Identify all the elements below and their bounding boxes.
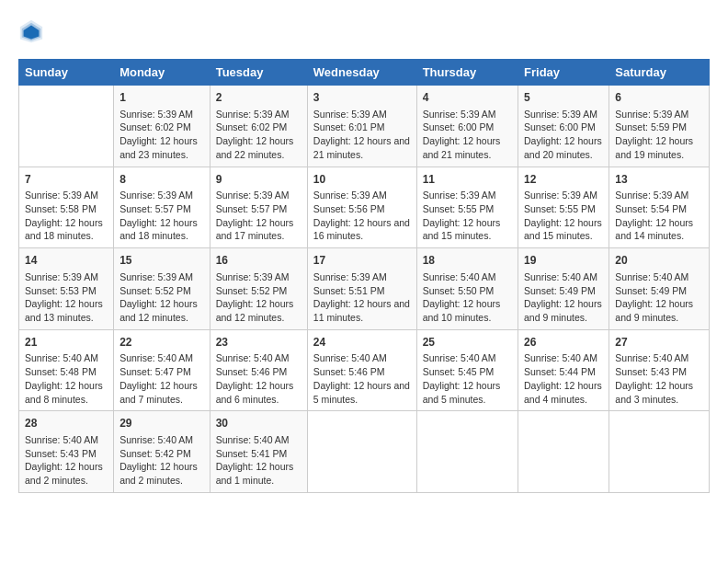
day-number: 18 — [423, 253, 512, 269]
sunrise: Sunrise: 5:40 AM — [25, 352, 98, 363]
sunset: Sunset: 5:42 PM — [119, 448, 191, 459]
week-row-4: 21Sunrise: 5:40 AMSunset: 5:48 PMDayligh… — [19, 329, 710, 411]
sunrise: Sunrise: 5:39 AM — [119, 271, 193, 282]
sunrise: Sunrise: 5:40 AM — [524, 352, 597, 363]
daylight: Daylight: 12 hours and 3 minutes. — [615, 380, 693, 405]
daylight: Daylight: 12 hours and 9 minutes. — [524, 298, 602, 323]
sunset: Sunset: 5:57 PM — [216, 203, 288, 214]
calendar-cell: 30Sunrise: 5:40 AMSunset: 5:41 PMDayligh… — [210, 411, 307, 493]
day-number: 8 — [119, 172, 204, 188]
day-number: 23 — [216, 335, 301, 350]
sunset: Sunset: 6:00 PM — [423, 121, 495, 132]
sunrise: Sunrise: 5:40 AM — [119, 434, 193, 445]
daylight: Daylight: 12 hours and 4 minutes. — [524, 380, 602, 405]
page-header — [18, 18, 710, 44]
daylight: Daylight: 12 hours and 1 minute. — [216, 461, 294, 486]
calendar-cell: 18Sunrise: 5:40 AMSunset: 5:50 PMDayligh… — [416, 248, 518, 330]
daylight: Daylight: 12 hours and 5 minutes. — [423, 380, 501, 405]
week-row-3: 14Sunrise: 5:39 AMSunset: 5:53 PMDayligh… — [19, 248, 710, 330]
daylight: Daylight: 12 hours and 20 minutes. — [524, 135, 602, 160]
day-number: 21 — [25, 335, 108, 350]
sunset: Sunset: 5:56 PM — [313, 203, 385, 214]
sunrise: Sunrise: 5:40 AM — [615, 271, 688, 282]
day-number: 2 — [216, 90, 301, 106]
calendar-header-row: SundayMondayTuesdayWednesdayThursdayFrid… — [19, 60, 710, 86]
day-number: 6 — [615, 90, 703, 106]
calendar-cell: 1Sunrise: 5:39 AMSunset: 6:02 PMDaylight… — [114, 86, 210, 167]
column-header-wednesday: Wednesday — [307, 60, 416, 86]
day-number: 28 — [25, 416, 108, 431]
day-number: 27 — [615, 335, 703, 350]
calendar-cell: 26Sunrise: 5:40 AMSunset: 5:44 PMDayligh… — [518, 329, 609, 411]
sunset: Sunset: 5:54 PM — [615, 203, 687, 214]
sunset: Sunset: 5:52 PM — [216, 285, 288, 296]
calendar-cell: 15Sunrise: 5:39 AMSunset: 5:52 PMDayligh… — [114, 248, 210, 330]
calendar-table: SundayMondayTuesdayWednesdayThursdayFrid… — [18, 59, 710, 493]
sunrise: Sunrise: 5:39 AM — [119, 109, 193, 120]
calendar-cell: 9Sunrise: 5:39 AMSunset: 5:57 PMDaylight… — [210, 167, 307, 248]
calendar-cell: 16Sunrise: 5:39 AMSunset: 5:52 PMDayligh… — [210, 248, 307, 330]
sunrise: Sunrise: 5:40 AM — [423, 352, 496, 363]
calendar-cell: 3Sunrise: 5:39 AMSunset: 6:01 PMDaylight… — [307, 86, 416, 167]
calendar-cell: 12Sunrise: 5:39 AMSunset: 5:55 PMDayligh… — [518, 167, 609, 248]
sunrise: Sunrise: 5:40 AM — [25, 434, 98, 445]
day-number: 15 — [119, 253, 204, 269]
calendar-cell — [518, 411, 609, 493]
daylight: Daylight: 12 hours and 15 minutes. — [423, 217, 501, 242]
sunrise: Sunrise: 5:40 AM — [524, 271, 597, 282]
day-number: 12 — [524, 172, 603, 188]
sunset: Sunset: 6:00 PM — [524, 121, 596, 132]
daylight: Daylight: 12 hours and 14 minutes. — [615, 217, 693, 242]
daylight: Daylight: 12 hours and 23 minutes. — [119, 135, 198, 160]
column-header-thursday: Thursday — [416, 60, 518, 86]
day-number: 5 — [524, 90, 603, 106]
sunrise: Sunrise: 5:39 AM — [423, 109, 496, 120]
sunset: Sunset: 5:47 PM — [119, 366, 191, 377]
daylight: Daylight: 12 hours and 15 minutes. — [524, 217, 602, 242]
daylight: Daylight: 12 hours and 19 minutes. — [615, 135, 693, 160]
sunrise: Sunrise: 5:39 AM — [615, 190, 688, 201]
calendar-cell: 17Sunrise: 5:39 AMSunset: 5:51 PMDayligh… — [307, 248, 416, 330]
sunrise: Sunrise: 5:40 AM — [216, 434, 290, 445]
column-header-tuesday: Tuesday — [210, 60, 307, 86]
sunset: Sunset: 5:46 PM — [313, 366, 385, 377]
logo — [18, 18, 48, 44]
daylight: Daylight: 12 hours and 21 minutes. — [313, 135, 410, 160]
sunrise: Sunrise: 5:40 AM — [423, 271, 496, 282]
daylight: Daylight: 12 hours and 10 minutes. — [423, 298, 501, 323]
day-number: 17 — [313, 253, 411, 269]
day-number: 25 — [423, 335, 512, 350]
calendar-cell: 11Sunrise: 5:39 AMSunset: 5:55 PMDayligh… — [416, 167, 518, 248]
calendar-cell — [609, 411, 710, 493]
sunset: Sunset: 5:52 PM — [119, 285, 191, 296]
sunset: Sunset: 5:53 PM — [25, 285, 97, 296]
sunset: Sunset: 6:02 PM — [119, 121, 191, 132]
calendar-cell — [416, 411, 518, 493]
day-number: 1 — [119, 90, 204, 106]
calendar-cell: 10Sunrise: 5:39 AMSunset: 5:56 PMDayligh… — [307, 167, 416, 248]
sunset: Sunset: 5:55 PM — [524, 203, 596, 214]
sunrise: Sunrise: 5:39 AM — [313, 190, 387, 201]
day-number: 29 — [119, 416, 204, 431]
sunset: Sunset: 5:51 PM — [313, 285, 385, 296]
daylight: Daylight: 12 hours and 13 minutes. — [25, 298, 103, 323]
column-header-sunday: Sunday — [19, 60, 114, 86]
daylight: Daylight: 12 hours and 16 minutes. — [313, 217, 410, 242]
sunrise: Sunrise: 5:40 AM — [216, 352, 290, 363]
calendar-cell: 21Sunrise: 5:40 AMSunset: 5:48 PMDayligh… — [19, 329, 114, 411]
calendar-cell: 13Sunrise: 5:39 AMSunset: 5:54 PMDayligh… — [609, 167, 710, 248]
sunset: Sunset: 5:50 PM — [423, 285, 495, 296]
sunset: Sunset: 5:49 PM — [615, 285, 687, 296]
column-header-friday: Friday — [518, 60, 609, 86]
sunrise: Sunrise: 5:39 AM — [524, 190, 597, 201]
sunset: Sunset: 5:45 PM — [423, 366, 495, 377]
day-number: 4 — [423, 90, 512, 106]
daylight: Daylight: 12 hours and 21 minutes. — [423, 135, 501, 160]
sunrise: Sunrise: 5:40 AM — [313, 352, 387, 363]
day-number: 9 — [216, 172, 301, 188]
sunset: Sunset: 5:46 PM — [216, 366, 288, 377]
calendar-cell: 7Sunrise: 5:39 AMSunset: 5:58 PMDaylight… — [19, 167, 114, 248]
sunrise: Sunrise: 5:39 AM — [313, 109, 387, 120]
sunrise: Sunrise: 5:40 AM — [119, 352, 193, 363]
day-number: 11 — [423, 172, 512, 188]
